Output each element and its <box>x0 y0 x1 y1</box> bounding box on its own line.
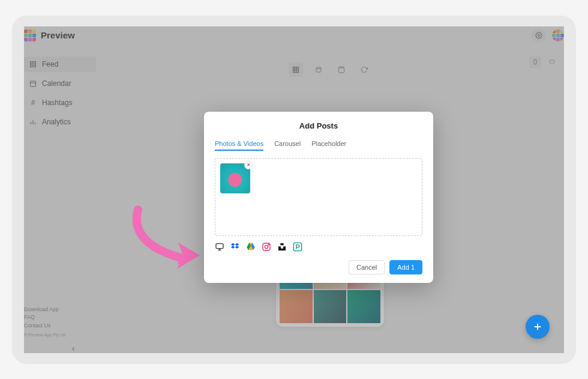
svg-point-27 <box>265 245 268 248</box>
remove-thumbnail-icon[interactable]: ✕ <box>244 161 253 169</box>
add-post-fab[interactable] <box>526 315 550 339</box>
add-button[interactable]: Add 1 <box>389 260 422 274</box>
unsplash-icon[interactable] <box>277 242 287 252</box>
dropbox-icon[interactable] <box>230 242 240 252</box>
uploaded-thumbnail[interactable]: ✕ <box>220 163 250 193</box>
pexels-icon[interactable] <box>293 242 302 252</box>
svg-point-28 <box>268 244 269 244</box>
instagram-icon[interactable] <box>262 242 271 252</box>
tab-carousel[interactable]: Carousel <box>274 140 301 151</box>
app-frame: Preview Feed <box>12 16 576 364</box>
add-posts-modal: Add Posts Photos & Videos Carousel Place… <box>204 112 433 283</box>
modal-actions: Cancel Add 1 <box>215 260 422 274</box>
upload-sources <box>215 242 422 252</box>
cancel-button[interactable]: Cancel <box>349 260 385 274</box>
modal-title: Add Posts <box>215 121 422 130</box>
modal-tabs: Photos & Videos Carousel Placeholder <box>215 140 422 151</box>
google-drive-icon[interactable] <box>246 242 256 252</box>
upload-dropzone[interactable]: ✕ <box>215 158 422 236</box>
app-shell: Preview Feed <box>24 26 564 353</box>
svg-rect-23 <box>216 243 223 248</box>
tab-photos-videos[interactable]: Photos & Videos <box>215 140 263 151</box>
computer-icon[interactable] <box>215 242 224 252</box>
tab-placeholder[interactable]: Placeholder <box>311 140 346 151</box>
